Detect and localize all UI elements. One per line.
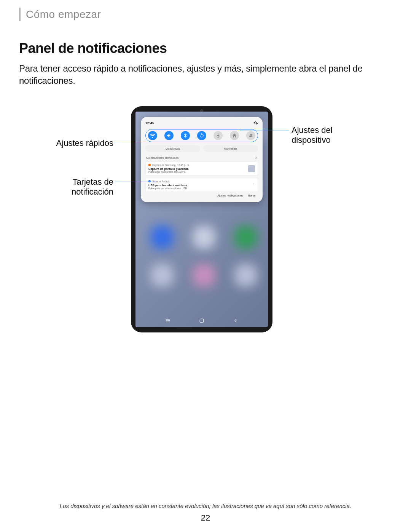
notif-settings-link[interactable]: Ajustes notificaciones: [217, 194, 243, 197]
nav-back-icon[interactable]: [230, 318, 241, 325]
notif-title: Captura de pantalla guardada: [148, 167, 255, 171]
leader-line: [115, 182, 158, 182]
close-icon[interactable]: ×: [255, 156, 257, 160]
notif-app-name: Captura de Samsung: [152, 164, 175, 166]
svg-rect-3: [200, 319, 203, 322]
clear-all-link[interactable]: Borrar: [249, 194, 256, 197]
footnote: Los dispositivos y el software están en …: [0, 503, 411, 509]
tablet-frame: 12:45: [131, 106, 272, 332]
bg-app-icon: [151, 264, 174, 287]
bg-app-icon: [151, 226, 174, 249]
breadcrumb-text: Cómo empezar: [26, 8, 101, 21]
callout-device-settings: Ajustes del dispositivo: [292, 125, 368, 145]
notification-shade: 12:45: [141, 117, 263, 202]
notif-title: USB para transferir archivos: [148, 184, 255, 187]
notif-subtitle: Pulse aquí para abrirla en Galería.: [148, 171, 255, 173]
bg-app-icon: [193, 226, 215, 249]
page-number: 22: [0, 513, 411, 523]
bg-app-icon: [193, 264, 215, 287]
nav-home-icon[interactable]: [196, 318, 207, 325]
page-title: Panel de notificaciones: [19, 40, 392, 56]
callout-quick-settings: Ajustes rápidos: [37, 138, 113, 148]
callout-device-settings-l1: Ajustes del: [292, 125, 333, 135]
notif-subtitle: Pulse para ver otras opciones USB: [148, 187, 255, 190]
notification-card[interactable]: Sistema Android USB para transferir arch…: [145, 178, 258, 192]
qs-bluetooth-icon[interactable]: [181, 131, 190, 140]
notification-card[interactable]: Captura de Samsung 12:45 p. m. Captura d…: [145, 161, 258, 176]
nav-recents-icon[interactable]: [162, 318, 174, 325]
settings-gear-icon[interactable]: [253, 121, 258, 125]
intro-paragraph: Para tener acceso rápido a notificacione…: [19, 62, 392, 87]
status-time: 12:45: [145, 121, 154, 125]
app-icon: [148, 164, 151, 166]
qs-airplane-icon[interactable]: [213, 131, 223, 140]
tab-multimedia[interactable]: Multimedia: [203, 145, 258, 152]
figure-area: Ajustes rápidos Tarjetas de notificación…: [19, 106, 392, 380]
qs-wifi-icon[interactable]: [148, 131, 157, 140]
qs-home-icon[interactable]: [230, 131, 239, 140]
tab-devices[interactable]: Dispositivos: [145, 145, 200, 152]
android-nav-bar: [135, 318, 268, 325]
chevron-down-icon[interactable]: ⌄: [252, 182, 255, 185]
quick-settings-row: [145, 129, 258, 142]
breadcrumb: Cómo empezar: [19, 8, 392, 21]
leader-line: [240, 131, 289, 131]
leader-line: [115, 143, 152, 143]
qs-sound-icon[interactable]: [164, 131, 174, 140]
bg-app-icon: [234, 264, 257, 287]
callout-notification-cards-l1: Tarjetas de: [72, 177, 113, 187]
breadcrumb-accent-bar: [19, 8, 21, 21]
callout-notification-cards-l2: notificación: [72, 187, 113, 197]
callout-notification-cards: Tarjetas de notificación: [37, 177, 113, 197]
qs-rotate-icon[interactable]: [197, 131, 206, 140]
notif-time: 12:45 p. m.: [177, 164, 190, 166]
bg-app-icon: [234, 226, 257, 249]
tablet-screen: 12:45: [135, 112, 268, 327]
silent-notif-header: Notificaciones silenciosas: [146, 156, 178, 160]
media-tabs: Dispositivos Multimedia: [144, 145, 260, 152]
notif-thumbnail: [248, 165, 255, 172]
qs-sync-icon[interactable]: [246, 131, 255, 140]
callout-device-settings-l2: dispositivo: [292, 135, 331, 145]
